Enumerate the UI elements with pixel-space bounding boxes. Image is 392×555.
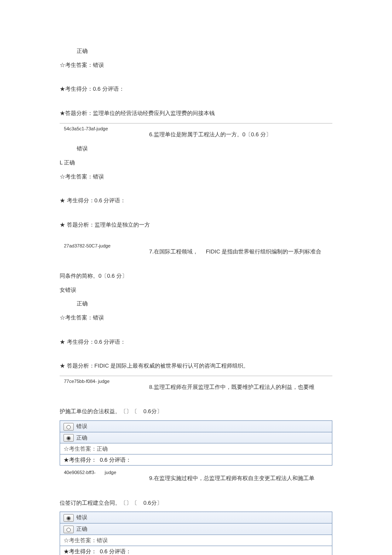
q9-score-b: 0.6 分评语： [100, 548, 131, 555]
q7-text-line2: 同条件的简称。0〔0.6 分〕 [60, 271, 332, 282]
radio-selected-icon[interactable] [63, 514, 74, 522]
q8-option-correct-row[interactable]: 正确 [60, 432, 332, 443]
q8-text-line2: 护施工单位的合法权益。〔〕〔 0.6分〕 [60, 406, 332, 417]
q9-option-wrong-label: 错误 [76, 514, 87, 520]
q8-text-line1: 8.监理工程师在开展监理工作中，既要维护工程法人的利益，也要维 [149, 382, 332, 392]
document-page: 正确 ☆考生答案：错误 ★考生得分：0.6 分评语： ★答题分析：监理单位的经营… [0, 0, 392, 555]
radio-unselected-icon[interactable] [63, 526, 74, 533]
q7-option-wrong: 女错误 [60, 285, 332, 296]
q7-student-answer: ☆考生答案：错误 [60, 313, 332, 323]
q7-option-correct: 正确 [77, 299, 332, 309]
q9-code-b: judge [105, 470, 116, 475]
q9-text-line1: 9.在监理实施过程中，总监理工程师有权自主变更工程法人和施工单 [149, 473, 332, 483]
q6-text: 6.监理单位是附属于工程法人的一方。0〔0.6 分〕 [149, 129, 332, 139]
q6-analysis: ★ 答题分析：监理单位是独立的一方 [60, 220, 332, 230]
q9-option-correct-row[interactable]: 正确 [60, 523, 332, 535]
q9-option-correct-label: 正确 [76, 526, 87, 532]
q8-score-row: ★考生得分： 0.6 分评语： [60, 454, 332, 466]
q6-option-wrong: 错误 [77, 144, 332, 154]
q9-student-answer-row: ☆考生答案：错误 [60, 535, 332, 546]
q8-box: 错误 正确 ☆考生答案：正确 ★考生得分： 0.6 分评语： [60, 420, 332, 466]
q9-points: 0.6分〕 [143, 500, 162, 506]
q8-points: 0.6分〕 [143, 408, 162, 414]
q9-box: 错误 正确 ☆考生答案：错误 ★考生得分： 0.6 分评语： [60, 512, 332, 555]
q7-analysis: ★ 答题分析：FIDIC 是国际上最有权威的被世界银行认可的咨询工程师组织。 [60, 361, 332, 371]
q9-score-row: ★考生得分： 0.6 分评语： [60, 546, 332, 555]
q7-text-b: FIDIC 是指由世界银行组织编制的一系列标准合 [206, 248, 322, 255]
q7-text-a: 7.在国际工程领域， [149, 248, 198, 255]
q8-score-a: ★考生得分： [63, 457, 97, 463]
q7-text-line1: 7.在国际工程领域， FIDIC 是指由世界银行组织编制的一系列标准合 [149, 247, 332, 256]
divider [60, 123, 332, 124]
q5-student-answer: ☆考生答案：错误 [60, 60, 332, 71]
q8-option-wrong-row[interactable]: 错误 [60, 421, 332, 432]
q5-option-correct: 正确 [77, 46, 332, 57]
q8-score-b: 0.6 分评语： [100, 457, 131, 463]
q8-student-answer-row: ☆考生答案：正确 [60, 443, 332, 454]
q6-student-answer: ☆考生答案：错误 [60, 172, 332, 182]
q9-text-line2: 位签订的工程建立合同。〔〕〔 0.6分〕 [60, 498, 332, 509]
radio-selected-icon[interactable] [63, 434, 74, 442]
q9-student-answer: ☆考生答案：错误 [63, 537, 108, 543]
q8-option-correct-label: 正确 [76, 434, 87, 441]
q8-text-b: 护施工单位的合法权益。〔〕〔 [60, 408, 137, 414]
q9-option-wrong-row[interactable]: 错误 [60, 512, 332, 523]
q9-code-a: 40e90652-bff3- [64, 470, 95, 475]
divider [60, 376, 332, 376]
q6-option-correct: L 正确 [60, 158, 332, 168]
q8-student-answer: ☆考生答案：正确 [63, 446, 108, 452]
radio-unselected-icon[interactable] [63, 423, 74, 431]
q8-option-wrong-label: 错误 [76, 423, 87, 429]
q5-score: ★考生得分：0.6 分评语： [60, 84, 332, 95]
q7-score: ★ 考生得分：0.6 分评语： [60, 337, 332, 348]
q9-text-b: 位签订的工程建立合同。〔〕〔 [60, 500, 137, 506]
q9-score-a: ★考生得分： [63, 548, 97, 555]
q5-analysis: ★答题分析：监理单位的经营活动经费应列入监理费的间接本钱 [60, 108, 332, 119]
q6-score: ★ 考生得分：0.6 分评语： [60, 196, 332, 206]
